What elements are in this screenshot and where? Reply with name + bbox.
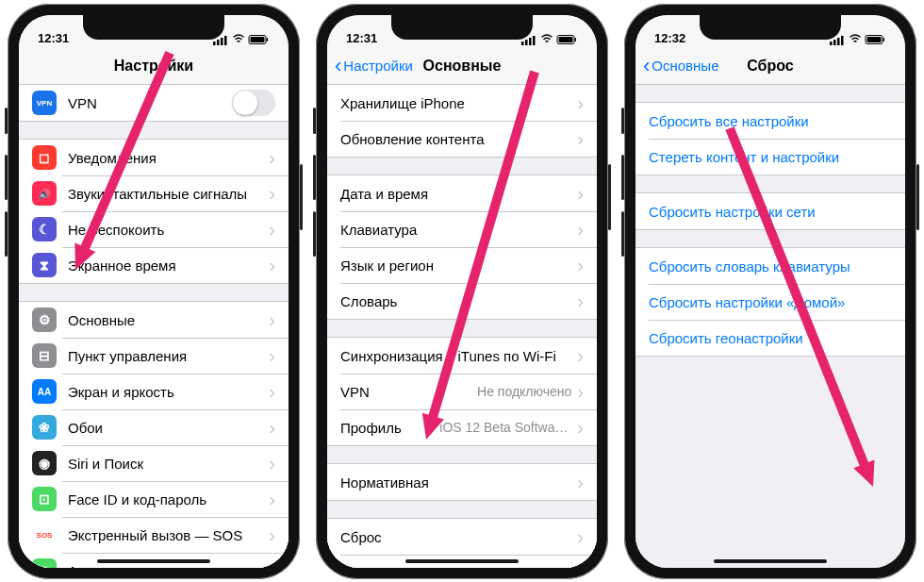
row-label: Дата и время: [340, 186, 577, 202]
settings-row[interactable]: SOSЭкстренный вызов — SOS›: [19, 517, 289, 553]
settings-row[interactable]: Клавиатура›: [327, 211, 597, 247]
settings-row[interactable]: ⧗Экранное время›: [19, 247, 289, 283]
vpn-icon: VPN: [32, 91, 57, 115]
settings-row[interactable]: Язык и регион›: [327, 247, 597, 283]
sliders-icon: ⊟: [32, 343, 57, 368]
nav-bar: Настройки: [19, 47, 289, 85]
settings-row[interactable]: ПрофильiOS 12 Beta Software Profile›: [327, 409, 597, 445]
settings-group: Нормативная›: [327, 463, 597, 501]
settings-row[interactable]: ⊡Face ID и код-пароль›: [19, 481, 289, 517]
settings-row[interactable]: ◉Siri и Поиск›: [19, 445, 289, 481]
svg-rect-43: [833, 40, 836, 45]
settings-row[interactable]: ◻Уведомления›: [19, 140, 289, 175]
row-label: Экранное время: [68, 258, 269, 274]
row-label: Сбросить настройки «Домой»: [649, 294, 892, 310]
aa-icon: AA: [32, 379, 57, 404]
phone-mockup: 12:32‹ОсновныеСбросСбросить все настройк…: [624, 4, 916, 579]
settings-row[interactable]: Сбросить настройки «Домой»: [635, 284, 905, 320]
row-label: Хранилище iPhone: [340, 95, 577, 111]
row-label: Нормативная: [340, 474, 577, 491]
svg-rect-47: [883, 38, 885, 42]
settings-row[interactable]: Нормативная›: [327, 464, 597, 500]
toggle-switch[interactable]: [232, 90, 275, 116]
screen: 12:32‹ОсновныеСбросСбросить все настройк…: [635, 15, 905, 568]
svg-rect-44: [837, 38, 840, 45]
svg-rect-41: [559, 37, 573, 42]
chevron-left-icon: ‹: [335, 56, 341, 76]
row-value: iOS 12 Beta Software Profile: [439, 420, 571, 435]
back-label: Настройки: [343, 58, 413, 74]
row-label: Обои: [68, 420, 269, 436]
nav-bar: ‹НастройкиОсновные: [327, 47, 597, 85]
settings-row[interactable]: Обновление контента›: [327, 121, 597, 157]
gear-icon: ⚙: [32, 308, 57, 332]
settings-row[interactable]: Стереть контент и настройки: [635, 139, 905, 175]
page-title: Основные: [423, 58, 502, 75]
content[interactable]: VPNVPN◻Уведомления›🔊Звуки, тактильные си…: [19, 85, 289, 568]
settings-row[interactable]: Хранилище iPhone›: [327, 85, 597, 121]
settings-row[interactable]: ❀Обои›: [19, 409, 289, 445]
settings-row[interactable]: Сброс›: [327, 519, 597, 555]
svg-text:❀: ❀: [39, 420, 50, 435]
battery-icon: ▮: [32, 558, 57, 568]
svg-rect-45: [841, 36, 844, 45]
status-time: 12:31: [346, 31, 377, 45]
status-time: 12:31: [38, 31, 69, 45]
settings-group: ◻Уведомления›🔊Звуки, тактильные сигналы›…: [19, 139, 289, 284]
settings-row[interactable]: VPNНе подключено›: [327, 374, 597, 409]
svg-rect-5: [267, 38, 269, 42]
settings-row[interactable]: Сбросить геонастройки: [635, 320, 905, 356]
settings-row[interactable]: Дата и время›: [327, 175, 597, 211]
svg-rect-1: [217, 40, 220, 45]
chevron-right-icon: ›: [577, 128, 584, 150]
chevron-right-icon: ›: [577, 381, 584, 403]
svg-rect-48: [867, 37, 882, 42]
back-button[interactable]: ‹Настройки: [335, 56, 413, 76]
chevron-right-icon: ›: [577, 92, 584, 114]
settings-row[interactable]: 🔊Звуки, тактильные сигналы›: [19, 175, 289, 211]
svg-text:🔊: 🔊: [39, 188, 51, 200]
home-indicator[interactable]: [405, 559, 519, 563]
row-label: Сбросить словарь клавиатуры: [649, 258, 892, 274]
chevron-right-icon: ›: [577, 291, 584, 312]
row-label: Синхронизация с iTunes по Wi-Fi: [340, 348, 577, 364]
svg-text:☾: ☾: [39, 222, 51, 237]
back-label: Основные: [652, 58, 718, 74]
chevron-right-icon: ›: [269, 219, 275, 241]
bell-icon: ◻: [32, 145, 57, 170]
settings-row[interactable]: Словарь›: [327, 283, 597, 319]
settings-row[interactable]: ⊟Пункт управления›: [19, 338, 289, 374]
settings-row[interactable]: VPNVPN: [19, 85, 289, 121]
home-indicator[interactable]: [714, 559, 827, 563]
settings-row[interactable]: ☾Не беспокоить›: [19, 211, 289, 247]
row-label: Звуки, тактильные сигналы: [68, 186, 269, 202]
row-label: Сбросить геонастройки: [649, 330, 892, 346]
row-label: VPN: [68, 95, 232, 111]
screen: 12:31НастройкиVPNVPN◻Уведомления›🔊Звуки,…: [19, 15, 289, 568]
settings-row[interactable]: AAЭкран и яркость›: [19, 374, 289, 409]
row-label: VPN: [340, 384, 477, 400]
row-label: Язык и регион: [340, 258, 577, 274]
settings-row[interactable]: Синхронизация с iTunes по Wi-Fi›: [327, 338, 597, 374]
settings-row[interactable]: ⚙Основные›: [19, 302, 289, 338]
status-time: 12:32: [654, 31, 685, 45]
settings-row[interactable]: Сбросить настройки сети: [635, 193, 905, 229]
svg-rect-0: [213, 42, 216, 45]
chevron-right-icon: ›: [577, 526, 584, 548]
svg-text:SOS: SOS: [37, 531, 54, 540]
svg-text:◻: ◻: [39, 150, 50, 165]
back-button[interactable]: ‹Основные: [643, 56, 719, 76]
chevron-left-icon: ‹: [643, 56, 650, 76]
settings-row[interactable]: Сбросить все настройки: [635, 103, 905, 139]
content[interactable]: Хранилище iPhone›Обновление контента›Дат…: [327, 85, 597, 568]
settings-row[interactable]: Сбросить словарь клавиатуры: [635, 248, 905, 284]
row-label: Сбросить настройки сети: [649, 204, 892, 220]
content[interactable]: Сбросить все настройкиСтереть контент и …: [635, 85, 905, 568]
row-label: Стереть контент и настройки: [649, 149, 892, 165]
row-label: Пункт управления: [68, 348, 269, 364]
sos-icon: SOS: [32, 523, 57, 547]
phone-mockup: 12:31‹НастройкиОсновныеХранилище iPhone›…: [316, 4, 608, 579]
home-indicator[interactable]: [97, 559, 210, 563]
svg-text:▮: ▮: [41, 563, 48, 568]
row-label: Уведомления: [68, 150, 269, 166]
